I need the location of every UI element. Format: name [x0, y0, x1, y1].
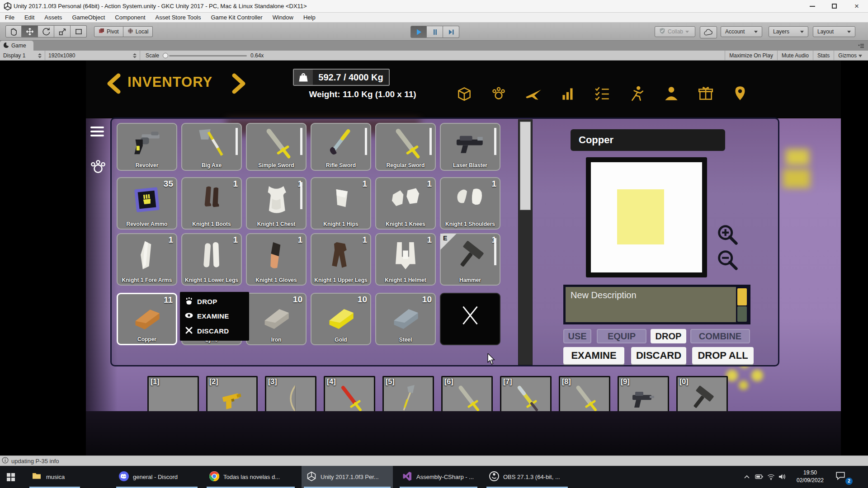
tab-game[interactable]: Game [0, 41, 33, 51]
discard-button[interactable]: DISCARD [631, 347, 686, 364]
taskbar-app-chrome[interactable]: Todas las novelas d... [204, 466, 297, 488]
menu-assets[interactable]: Assets [39, 13, 67, 22]
menu-component[interactable]: Component [110, 13, 150, 22]
minimize-button[interactable] [802, 0, 823, 12]
hand-tool-button[interactable] [5, 25, 22, 38]
inventory-slot-hammer[interactable]: 1EHammer [440, 233, 500, 286]
taskbar-app-obs[interactable]: OBS 27.1.3 (64-bit, ... [484, 466, 570, 488]
inventory-slot-regular-sword[interactable]: Regular Sword [375, 123, 436, 171]
game-view-stats-button[interactable]: Stats [813, 51, 834, 61]
scrollbar-thumb[interactable] [520, 122, 531, 210]
start-button[interactable] [0, 466, 22, 488]
collab-button[interactable]: Collab [655, 26, 695, 37]
pivot-button[interactable]: Pivot [94, 26, 123, 37]
context-menu-drop[interactable]: DROP [180, 297, 249, 306]
taskbar-app-folder[interactable]: musica [27, 466, 82, 488]
inventory-slot-empty[interactable] [440, 293, 500, 345]
context-menu-discard[interactable]: DISCARD [180, 326, 249, 336]
paw-icon[interactable] [490, 85, 507, 104]
inventory-slot-revolver[interactable]: Revolver [117, 123, 177, 171]
examine-button[interactable]: EXAMINE [563, 347, 624, 364]
map-pin-icon[interactable] [731, 85, 749, 104]
tray-chevron-icon[interactable] [744, 473, 750, 481]
drop-all-button[interactable]: DROP ALL [692, 347, 754, 364]
move-tool-button[interactable] [22, 25, 38, 38]
inventory-menu-icon[interactable] [90, 127, 104, 139]
inventory-slot-laser-blaster[interactable]: Laser Blaster [440, 123, 500, 171]
zoom-in-icon[interactable] [715, 222, 740, 247]
game-view-maximize-on-play-button[interactable]: Maximize On Play [725, 51, 777, 61]
scale-slider-knob[interactable] [163, 53, 168, 58]
inventory-slot-knight-1-hips[interactable]: 1Knight 1 Hips [311, 177, 371, 230]
scale-tool-button[interactable] [54, 25, 71, 38]
use-button[interactable]: USE [563, 329, 591, 343]
game-view-gizmos-button[interactable]: Gizmos [834, 51, 866, 61]
layers-dropdown[interactable]: Layers [769, 26, 808, 37]
inventory-slot-knight-1-shoulders[interactable]: 1Knight 1 Shoulders [440, 177, 500, 230]
inventory-prev-arrow-icon[interactable] [106, 73, 121, 96]
inventory-slot-knight-1-fore-arms[interactable]: 1Knight 1 Fore Arms [117, 233, 177, 286]
inventory-slot-knight-1-helmet[interactable]: 1Knight 1 Helmet [375, 233, 436, 286]
equip-button[interactable]: EQUIP [597, 329, 646, 343]
inventory-slot-knight-1-lower-legs[interactable]: 1Knight 1 Lower Legs [181, 233, 242, 286]
inventory-slot-knight-1-chest[interactable]: 1Knight 1 Chest [246, 177, 307, 230]
taskbar-app-unity[interactable]: Unity 2017.1.0f3 Per... [302, 466, 393, 488]
inventory-slot-gold[interactable]: 10Gold [311, 293, 371, 345]
paw-menu-icon[interactable] [90, 158, 107, 177]
account-dropdown[interactable]: Account [721, 26, 762, 37]
inventory-slot-revolver-ammo[interactable]: 35Revolver Ammo [117, 177, 177, 230]
inventory-slot-knight-1-upper-legs[interactable]: 1Knight 1 Upper Legs [311, 233, 371, 286]
inventory-slot-steel[interactable]: 10Steel [375, 293, 436, 345]
character-icon[interactable] [663, 85, 680, 104]
local-button[interactable]: Local [123, 26, 153, 37]
notification-center-icon[interactable]: 2 [835, 471, 851, 483]
description-scrollbar[interactable] [736, 287, 748, 322]
inventory-next-arrow-icon[interactable] [231, 73, 247, 96]
menu-help[interactable]: Help [298, 13, 321, 22]
runner-icon[interactable] [628, 85, 645, 104]
play-button[interactable] [410, 26, 427, 38]
step-button[interactable] [443, 26, 459, 38]
context-menu-examine[interactable]: EXAMINE [180, 311, 249, 321]
combine-button[interactable]: COMBINE [690, 329, 750, 343]
scale-slider-track[interactable] [169, 55, 247, 56]
close-button[interactable]: × [846, 0, 867, 12]
drop-button[interactable]: DROP [651, 329, 686, 343]
inventory-slot-iron[interactable]: 10Iron [246, 293, 307, 345]
battery-icon[interactable] [755, 473, 764, 482]
maximize-button[interactable] [824, 0, 844, 12]
menu-gameobject[interactable]: GameObject [67, 13, 110, 22]
taskbar-app-discord[interactable]: general - Discord [114, 466, 200, 488]
menu-asset-store-tools[interactable]: Asset Store Tools [151, 13, 206, 22]
gift-icon[interactable] [697, 85, 714, 104]
taskbar-app-visual-studio[interactable]: Assembly-CSharp - ... [397, 466, 480, 488]
rect-tool-button[interactable] [71, 25, 87, 38]
checklist-icon[interactable] [594, 85, 611, 104]
inventory-scrollbar[interactable] [518, 119, 533, 365]
inventory-slot-big-axe[interactable]: Big Axe [181, 123, 242, 171]
tab-options-icon[interactable] [858, 42, 864, 51]
plane-icon[interactable] [525, 85, 542, 104]
stats-bars-icon[interactable] [559, 85, 576, 104]
item-description-box[interactable]: New Description [563, 285, 750, 324]
inventory-slot-knight-1-boots[interactable]: 1Knight 1 Boots [181, 177, 242, 230]
rotate-tool-button[interactable] [38, 25, 54, 38]
inventory-slot-simple-sword[interactable]: Simple Sword [246, 123, 307, 171]
inventory-slot-copper[interactable]: 11Copper [117, 293, 177, 345]
menu-window[interactable]: Window [268, 13, 298, 22]
inventory-slot-rifle-sword[interactable]: Rifle Sword [311, 123, 371, 171]
taskbar-clock[interactable]: 19:50 02/09/2022 [791, 469, 829, 484]
menu-file[interactable]: File [0, 13, 19, 22]
crate-icon[interactable] [456, 85, 473, 104]
layout-dropdown[interactable]: Layout [813, 26, 855, 37]
menu-edit[interactable]: Edit [19, 13, 39, 22]
inventory-slot-knight-1-knees[interactable]: 1Knight 1 Knees [375, 177, 436, 230]
inventory-slot-knight-1-gloves[interactable]: 1Knight 1 Gloves [246, 233, 307, 286]
pause-button[interactable] [427, 26, 443, 38]
zoom-out-icon[interactable] [715, 248, 740, 272]
speaker-icon[interactable] [778, 473, 786, 482]
game-view-mute-audio-button[interactable]: Mute Audio [777, 51, 813, 61]
display-dropdown[interactable]: Display 1 [0, 51, 45, 61]
cloud-button[interactable] [700, 26, 717, 38]
network-icon[interactable] [767, 473, 775, 482]
